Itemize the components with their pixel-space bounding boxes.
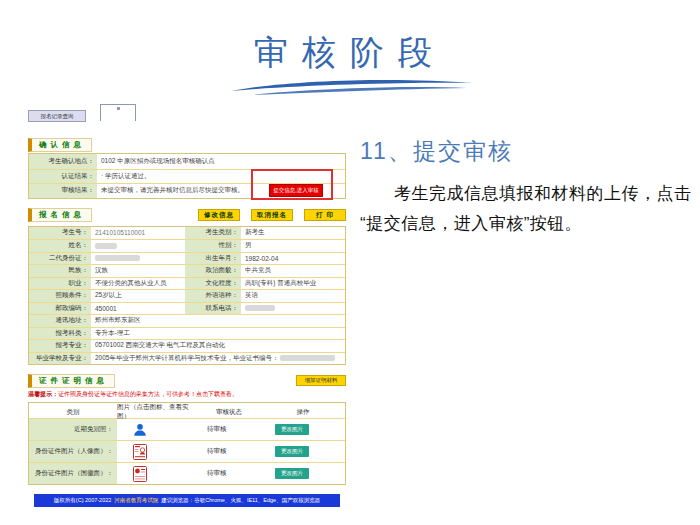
tip-body: 证件照及身份证等证件信息的采集方法，可供参考！点击下载查看。 (58, 391, 238, 397)
field-value-text: 2005年毕业于郑州大学计算机科学与技术专业，毕业证书编号： (95, 354, 278, 363)
table-row: 通讯地址： 郑州市郑东新区 (29, 314, 345, 327)
field-label: 文化程度： (185, 278, 241, 290)
cert-image-cell (117, 419, 197, 440)
table-row: 报考科类： 专升本-理工 (29, 327, 345, 340)
certificates-section-header: 证件证明信息 增加证明材料 (28, 374, 346, 387)
field-value (91, 253, 185, 265)
field-value (91, 240, 185, 252)
field-value: 不便分类的其他从业人员 (91, 278, 185, 290)
change-image-button[interactable]: 更改图片 (275, 424, 309, 435)
field-label: 外语语种： (185, 290, 241, 302)
tab-record-query[interactable]: 报名记录查询 (28, 110, 86, 122)
field-label: 考生号： (29, 227, 91, 240)
cert-image-cell (117, 463, 197, 484)
tab-dot (117, 107, 120, 110)
action-cell: 更改图片 (261, 463, 345, 484)
field-label: 通讯地址： (29, 315, 91, 327)
modify-info-button[interactable]: 修改信息 (198, 209, 240, 221)
table-row: 邮政编码： 450001 联系电话： (29, 302, 345, 315)
step-body: 考生完成信息填报和材料的上传，点击“提交信息，进入审核”按钮。 (360, 179, 694, 239)
status-text: 待审核 (197, 463, 261, 484)
table-row: 照顾条件： 25岁以上 外语语种： 英语 (29, 289, 345, 302)
person-photo-icon[interactable] (133, 422, 147, 437)
slide: 审核阶段 报名记录查询 确认信息 考生确认地点： 0102 中原区招办或现场报名… (0, 0, 700, 525)
table-row: 姓名： 性别： 男 (29, 239, 345, 252)
table-row: 身份证件图片（国徽面）： 待审核 更改图片 (29, 462, 345, 484)
field-value: 21410105110001 (91, 227, 185, 240)
field-value: 郑州市郑东新区 (91, 315, 345, 327)
table-row: 考生号： 21410105110001 考生类别： 新考生 (29, 227, 345, 240)
certificates-table: 类别 图片（点击图标、查看实图） 审核状态 操作 近期免冠照： 待审核 更改图片 (28, 402, 346, 485)
field-value: 450001 (91, 303, 185, 315)
field-value: 1982-02-04 (241, 253, 345, 265)
change-image-button[interactable]: 更改图片 (275, 468, 309, 479)
copyright-text: 版权所有(C) 2007-2022 (54, 497, 111, 504)
change-image-button[interactable]: 更改图片 (275, 446, 309, 457)
status-text: 待审核 (197, 419, 261, 440)
status-text: 待审核 (197, 441, 261, 462)
field-label: 政治面貌： (185, 265, 241, 277)
field-label: 性别： (185, 240, 241, 252)
tab-bar: 报名记录查询 (28, 104, 346, 122)
page-title: 审核阶段 (0, 30, 700, 76)
field-value: 05701002 西南交通大学 电气工程及其自动化 (91, 340, 345, 352)
field-value: 2005年毕业于郑州大学计算机科学与技术专业，毕业证书编号： (91, 353, 345, 365)
field-label: 报考科类： (29, 328, 91, 340)
field-value: 中共党员 (241, 265, 345, 277)
action-cell: 更改图片 (261, 441, 345, 462)
field-label: 联系电话： (185, 303, 241, 315)
section-title-confirm: 确认信息 (28, 138, 92, 152)
redacted-value (95, 255, 140, 261)
field-value: 英语 (241, 290, 345, 302)
org-link[interactable]: 河南省教育考试院 (114, 497, 158, 504)
field-label: 照顾条件： (29, 290, 91, 302)
field-value: 汉族 (91, 265, 185, 277)
redacted-value (280, 355, 335, 361)
id-card-back-icon[interactable] (133, 466, 147, 482)
cert-image-cell (117, 441, 197, 462)
section-title-registration: 报名信息 (28, 208, 92, 222)
field-label: 报考专业： (29, 340, 91, 352)
confirm-section-header: 确认信息 (28, 138, 346, 151)
tab-current[interactable] (100, 104, 136, 121)
field-label: 姓名： (29, 240, 91, 252)
step-heading: 11、提交审核 (360, 136, 694, 167)
section-title-certificates: 证件证明信息 (28, 374, 115, 388)
add-proof-material-button[interactable]: 增加证明材料 (296, 375, 346, 386)
instruction-block: 11、提交审核 考生完成信息填报和材料的上传，点击“提交信息，进入审核”按钮。 (360, 136, 694, 239)
footer-bar: 版权所有(C) 2007-2022 河南省教育考试院 建议浏览器：谷歌Chrom… (34, 494, 340, 507)
warm-tip-text: 温馨提示：证件照及身份证等证件信息的采集方法，可供参考！点击下载查看。 (28, 390, 346, 399)
registration-form-screenshot: 报名记录查询 确认信息 考生确认地点： 0102 中原区招办或现场报名审核确认点… (28, 104, 346, 507)
id-card-front-icon[interactable] (133, 444, 147, 460)
table-row: 二代身份证： 出生年月： 1982-02-04 (29, 252, 345, 265)
field-label: 二代身份证： (29, 253, 91, 265)
title-underline-swoosh (227, 76, 477, 98)
field-label: 考生类别： (185, 227, 241, 240)
field-label: 考生确认地点： (29, 154, 97, 169)
tip-prefix: 温馨提示： (28, 391, 58, 397)
field-value (241, 303, 345, 315)
action-cell: 更改图片 (261, 419, 345, 440)
table-row: 职业： 不便分类的其他从业人员 文化程度： 高职(专科) 普通高校毕业 (29, 277, 345, 290)
registration-section-header: 报名信息 修改信息 取消报名 打 印 (28, 208, 346, 222)
cancel-registration-button[interactable]: 取消报名 (251, 209, 293, 221)
field-value: 新考生 (241, 227, 345, 240)
redacted-value (95, 243, 117, 249)
field-label: 审核结果： (29, 184, 97, 198)
table-row: 近期免冠照： 待审核 更改图片 (29, 418, 345, 440)
field-value: 专升本-理工 (91, 328, 345, 340)
submit-review-button[interactable]: 提交信息,进入审核 (269, 184, 323, 197)
confirm-info-box: 考生确认地点： 0102 中原区招办或现场报名审核确认点 认证结果： · 学历认… (28, 153, 346, 199)
field-label: 民族： (29, 265, 91, 277)
field-value: 0102 中原区招办或现场报名审核确认点 (97, 154, 345, 169)
cert-type-label: 近期免冠照： (29, 419, 117, 440)
table-row: 身份证件图片（人像面）： 待审核 更改图片 (29, 440, 345, 462)
field-label: 邮政编码： (29, 303, 91, 315)
field-value: 高职(专科) 普通高校毕业 (241, 278, 345, 290)
cert-type-label: 身份证件图片（国徽面）： (29, 463, 117, 484)
redacted-value (245, 305, 275, 311)
table-row: 民族： 汉族 政治面貌： 中共党员 (29, 264, 345, 277)
table-row: 报考专业： 05701002 西南交通大学 电气工程及其自动化 (29, 339, 345, 352)
print-button[interactable]: 打 印 (304, 209, 346, 221)
field-label: 认证结果： (29, 170, 97, 184)
